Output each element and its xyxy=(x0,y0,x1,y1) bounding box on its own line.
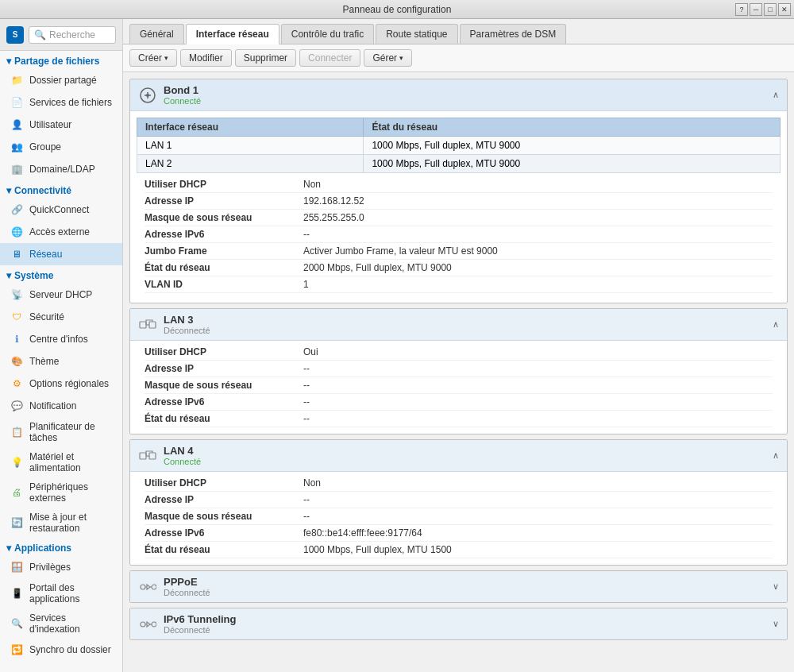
table-row[interactable]: LAN 1 1000 Mbps, Full duplex, MTU 9000 xyxy=(137,137,781,155)
network-icon: 🖥 xyxy=(10,247,24,261)
prop-row: VLAN ID 1 xyxy=(145,276,773,293)
section-label: Connectivité xyxy=(14,185,71,196)
sidebar: S 🔍 Recherche ▾ Partage de fichiers 📁 Do… xyxy=(0,19,123,672)
svg-rect-5 xyxy=(149,453,156,459)
bond1-info: Bond 1 Connecté xyxy=(164,84,779,106)
tab-parametres-dsm[interactable]: Paramètres de DSM xyxy=(460,24,567,44)
security-icon: 🛡 xyxy=(10,310,24,324)
creer-button[interactable]: Créer xyxy=(129,49,177,67)
tab-route-statique[interactable]: Route statique xyxy=(376,24,457,44)
group-icon: 👥 xyxy=(10,140,24,154)
content-area: Général Interface réseau Contrôle du tra… xyxy=(123,19,794,672)
sidebar-item-groupe[interactable]: 👥 Groupe xyxy=(0,136,122,158)
sidebar-item-materiel[interactable]: 💡 Matériel et alimentation xyxy=(0,447,122,477)
lan4-icon xyxy=(138,446,157,465)
sidebar-item-indexation[interactable]: 🔍 Services d'indexation xyxy=(0,608,122,639)
sidebar-item-dhcp[interactable]: 📡 Serveur DHCP xyxy=(0,284,122,306)
search-box[interactable]: 🔍 Recherche xyxy=(29,26,116,44)
notification-icon: 💬 xyxy=(10,399,24,413)
tab-general[interactable]: Général xyxy=(129,24,184,44)
sidebar-item-domaine[interactable]: 🏢 Domaine/LDAP xyxy=(0,158,122,180)
sidebar-item-utilisateur[interactable]: 👤 Utilisateur xyxy=(0,114,122,136)
pppoe-icon xyxy=(138,577,157,597)
interface-status: 1000 Mbps, Full duplex, MTU 9000 xyxy=(364,137,781,155)
lan4-toggle[interactable]: ∧ xyxy=(773,450,779,461)
prop-row: Adresse IP -- xyxy=(145,492,773,508)
ipv6-header[interactable]: IPv6 Tunneling Déconnecté ∨ xyxy=(130,608,787,639)
sidebar-item-quickconnect[interactable]: 🔗 QuickConnect xyxy=(0,199,122,221)
bond1-content: Interface réseau État du réseau LAN 1 10… xyxy=(130,111,787,303)
lan3-content: Utiliser DHCP Oui Adresse IP -- Masque d… xyxy=(130,341,787,434)
pppoe-title: PPPoE xyxy=(164,576,779,588)
sidebar-item-services[interactable]: 📄 Services de fichiers xyxy=(0,91,122,114)
dhcp-icon: 📡 xyxy=(10,288,24,302)
svg-point-9 xyxy=(152,622,156,627)
pppoe-toggle[interactable]: ∨ xyxy=(773,581,779,592)
section-label: Système xyxy=(14,270,53,281)
bond1-toggle[interactable]: ∧ xyxy=(773,90,779,100)
ipv6-toggle[interactable]: ∨ xyxy=(773,619,779,629)
sidebar-item-dossier[interactable]: 📁 Dossier partagé xyxy=(0,69,122,91)
pppoe-status: Déconnecté xyxy=(164,588,779,597)
close-button[interactable]: ✕ xyxy=(778,3,791,16)
sidebar-item-reseau[interactable]: 🖥 Réseau xyxy=(0,243,122,265)
devices-icon: 🖨 xyxy=(10,485,24,500)
lan3-header[interactable]: LAN 3 Déconnecté ∧ xyxy=(130,309,787,341)
help-button[interactable]: ? xyxy=(735,3,748,16)
section-arrow: ▾ xyxy=(6,270,11,281)
lan4-content: Utiliser DHCP Non Adresse IP -- Masque d… xyxy=(130,472,787,565)
prop-row: Masque de sous réseau -- xyxy=(145,508,773,525)
tab-controle-trafic[interactable]: Contrôle du trafic xyxy=(281,24,374,44)
pppoe-info: PPPoE Déconnecté xyxy=(164,576,779,597)
lan4-header[interactable]: LAN 4 Connecté ∧ xyxy=(130,440,787,472)
minimize-button[interactable]: ─ xyxy=(750,3,762,16)
ipv6-title: IPv6 Tunneling xyxy=(164,613,779,625)
tab-interface-reseau[interactable]: Interface réseau xyxy=(186,24,279,44)
prop-row: Adresse IP -- xyxy=(145,361,773,377)
info-icon: ℹ xyxy=(10,332,24,346)
gerer-button[interactable]: Gérer xyxy=(364,49,412,67)
lan3-toggle[interactable]: ∧ xyxy=(773,319,779,330)
bond-icon xyxy=(138,86,157,105)
sidebar-item-centre[interactable]: ℹ Centre d'infos xyxy=(0,328,122,350)
table-row[interactable]: LAN 2 1000 Mbps, Full duplex, MTU 9000 xyxy=(137,155,781,173)
sidebar-item-options[interactable]: ⚙ Options régionales xyxy=(0,373,122,395)
acces-icon: 🌐 xyxy=(10,225,24,239)
sidebar-item-peripheriques[interactable]: 🖨 Périphériques externes xyxy=(0,477,122,508)
pppoe-header[interactable]: PPPoE Déconnecté ∨ xyxy=(130,571,787,602)
bond1-title: Bond 1 xyxy=(164,84,779,96)
quickconnect-icon: 🔗 xyxy=(10,203,24,217)
sidebar-item-miseajour[interactable]: 🔄 Mise à jour et restauration xyxy=(0,508,122,538)
section-systeme[interactable]: ▾ Système xyxy=(0,265,122,284)
privileges-icon: 🪟 xyxy=(10,560,24,574)
interface-name: LAN 2 xyxy=(137,155,364,173)
sidebar-item-synchro[interactable]: 🔁 Synchro du dossier xyxy=(0,639,122,661)
section-connectivite[interactable]: ▾ Connectivité xyxy=(0,180,122,199)
sidebar-item-portail[interactable]: 📱 Portail des applications xyxy=(0,578,122,608)
supprimer-button[interactable]: Supprimer xyxy=(235,49,296,67)
maximize-button[interactable]: □ xyxy=(764,3,777,16)
svg-point-7 xyxy=(152,585,156,589)
sidebar-item-planificateur[interactable]: 📋 Planificateur de tâches xyxy=(0,417,122,447)
sidebar-item-notification[interactable]: 💬 Notification xyxy=(0,395,122,417)
options-icon: ⚙ xyxy=(10,377,24,391)
sidebar-item-securite[interactable]: 🛡 Sécurité xyxy=(0,306,122,328)
pppoe-section: PPPoE Déconnecté ∨ xyxy=(129,570,788,603)
planner-icon: 📋 xyxy=(10,425,24,439)
modifier-button[interactable]: Modifier xyxy=(180,49,232,67)
prop-row: Adresse IPv6 -- xyxy=(145,226,773,243)
prop-row: Jumbo Frame Activer Jumbo Frame, la vale… xyxy=(145,243,773,260)
section-partage[interactable]: ▾ Partage de fichiers xyxy=(0,51,122,69)
connecter-button[interactable]: Connecter xyxy=(299,49,360,67)
prop-row: Adresse IPv6 -- xyxy=(145,394,773,411)
toolbar: Créer Modifier Supprimer Connecter Gérer xyxy=(123,44,794,72)
table-header-status: État du réseau xyxy=(364,118,781,137)
bond1-header[interactable]: Bond 1 Connecté ∧ xyxy=(130,79,787,111)
lan3-props: Utiliser DHCP Oui Adresse IP -- Masque d… xyxy=(137,341,781,431)
sidebar-item-privileges[interactable]: 🪟 Privilèges xyxy=(0,556,122,578)
sidebar-item-acces[interactable]: 🌐 Accès externe xyxy=(0,221,122,243)
prop-row: Adresse IP 192.168.12.52 xyxy=(145,193,773,210)
section-applications[interactable]: ▾ Applications xyxy=(0,538,122,556)
sidebar-item-theme[interactable]: 🎨 Thème xyxy=(0,350,122,373)
sidebar-header: S 🔍 Recherche xyxy=(0,19,122,51)
